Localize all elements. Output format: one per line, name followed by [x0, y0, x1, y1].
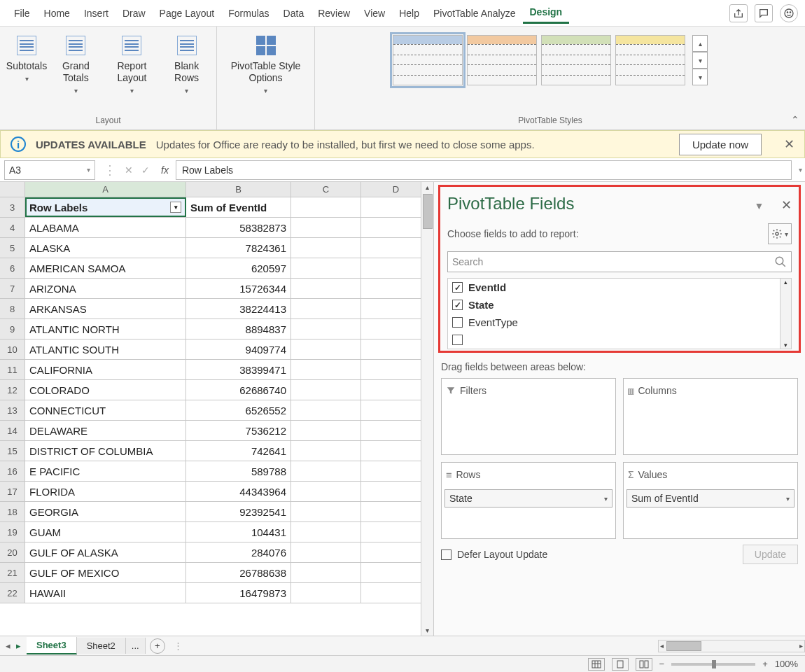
row-header[interactable]: 6 [0, 258, 25, 278]
cell[interactable]: E PACIFIC [25, 461, 186, 481]
collapse-ribbon-button[interactable]: ⌃ [785, 27, 805, 130]
checkbox-checked-icon[interactable]: ✓ [452, 300, 463, 310]
row-header[interactable]: 11 [0, 360, 25, 379]
cell[interactable]: GUAM [25, 522, 186, 542]
field-more[interactable] [448, 331, 791, 349]
cell[interactable]: ATLANTIC NORTH [25, 319, 186, 339]
style-thumb-2[interactable] [467, 35, 537, 85]
cell[interactable] [291, 340, 361, 359]
zoom-thumb[interactable] [712, 660, 716, 668]
cell[interactable]: GULF OF ALASKA [25, 542, 186, 562]
share-icon[interactable] [729, 4, 748, 22]
formula-expand-icon[interactable]: ▾ [796, 166, 805, 174]
cell[interactable]: ALABAMA [25, 218, 186, 237]
row-header[interactable]: 3 [0, 197, 25, 217]
cell[interactable]: 8894837 [186, 319, 291, 339]
cell[interactable]: 104431 [186, 522, 291, 542]
add-sheet-button[interactable]: + [150, 638, 165, 654]
cell[interactable]: FLORIDA [25, 482, 186, 501]
cell-B3[interactable]: Sum of EventId [186, 197, 291, 217]
cell[interactable]: CONNECTICUT [25, 400, 186, 420]
cell-C3[interactable] [291, 197, 361, 217]
cell[interactable]: 284076 [186, 542, 291, 562]
update-now-button[interactable]: Update now [679, 134, 762, 155]
tab-insert[interactable]: Insert [77, 4, 115, 23]
zoom-slider[interactable] [671, 663, 755, 666]
cell[interactable] [291, 461, 361, 481]
cell[interactable]: HAWAII [25, 583, 186, 603]
cancel-icon[interactable]: ✕ [120, 164, 137, 176]
report-layout-button[interactable]: Report Layout [104, 31, 160, 98]
cell[interactable]: 15726344 [186, 279, 291, 298]
sheet-next-icon[interactable]: ▸ [16, 640, 21, 651]
cell[interactable]: 38399471 [186, 360, 291, 379]
hscroll-left-icon[interactable]: ◂ [659, 640, 665, 651]
row-field-chip[interactable]: State [444, 489, 612, 507]
row-header[interactable]: 17 [0, 482, 25, 501]
cell[interactable]: 92392541 [186, 502, 291, 522]
tab-page-layout[interactable]: Page Layout [153, 4, 222, 23]
page-layout-view-button[interactable] [612, 658, 629, 671]
cell[interactable]: AMERICAN SAMOA [25, 258, 186, 278]
smiley-icon[interactable] [780, 4, 798, 22]
gallery-down-button[interactable]: ▾ [692, 52, 708, 69]
cell[interactable]: 62686740 [186, 380, 291, 400]
cell[interactable]: ARKANSAS [25, 299, 186, 318]
tab-formulas[interactable]: Formulas [221, 4, 276, 23]
hscroll-right-icon[interactable]: ▸ [798, 640, 804, 651]
cell[interactable] [291, 319, 361, 339]
cell[interactable] [291, 583, 361, 603]
tab-view[interactable]: View [357, 4, 392, 23]
values-area[interactable]: ΣValues Sum of EventId [623, 462, 798, 539]
defer-layout-checkbox[interactable]: Defer Layout Update [441, 549, 547, 560]
cell[interactable] [291, 360, 361, 379]
cell[interactable] [291, 522, 361, 542]
cell[interactable]: 620597 [186, 258, 291, 278]
tab-design[interactable]: Design [523, 2, 570, 24]
style-thumb-3[interactable] [541, 35, 611, 85]
pane-settings-button[interactable] [768, 223, 792, 244]
row-header[interactable]: 16 [0, 461, 25, 481]
cell[interactable]: 589788 [186, 461, 291, 481]
style-options-button[interactable]: PivotTable Style Options [223, 31, 309, 98]
page-break-view-button[interactable] [636, 658, 652, 671]
columns-area[interactable]: ▥Columns [623, 378, 798, 455]
vertical-scrollbar[interactable]: ▴ ▾ [421, 182, 433, 636]
cell[interactable] [291, 421, 361, 440]
checkbox-checked-icon[interactable]: ✓ [452, 282, 463, 293]
checkbox-icon[interactable] [452, 317, 463, 328]
cell[interactable]: 9409774 [186, 340, 291, 359]
cell[interactable]: DELAWARE [25, 421, 186, 440]
cell[interactable]: DISTRICT OF COLUMBIA [25, 441, 186, 461]
col-B[interactable]: B [186, 182, 291, 197]
mini-scroll-up-icon[interactable]: ▴ [784, 279, 788, 286]
cell[interactable] [291, 563, 361, 582]
cell[interactable]: COLORADO [25, 380, 186, 400]
row-header[interactable]: 22 [0, 583, 25, 603]
cell[interactable]: 7824361 [186, 238, 291, 258]
row-header[interactable]: 10 [0, 340, 25, 359]
tab-data[interactable]: Data [276, 4, 312, 23]
formula-input[interactable]: Row Labels [176, 160, 792, 180]
cell[interactable]: 38224413 [186, 299, 291, 318]
rows-area[interactable]: ≡Rows State [441, 462, 616, 539]
subtotals-button[interactable]: Subtotals [6, 31, 48, 87]
row-header[interactable]: 4 [0, 218, 25, 237]
row-header[interactable]: 20 [0, 542, 25, 562]
cell[interactable]: CALIFORNIA [25, 360, 186, 379]
cell[interactable] [291, 299, 361, 318]
fields-search-input[interactable]: Search [447, 251, 792, 272]
tab-help[interactable]: Help [392, 4, 426, 23]
name-box[interactable]: A3 [4, 160, 95, 180]
row-header[interactable]: 9 [0, 319, 25, 339]
field-eventid[interactable]: ✓EventId [448, 279, 791, 296]
pane-dropdown-icon[interactable]: ▼ [754, 200, 764, 211]
hscroll-thumb[interactable] [666, 641, 701, 651]
cell[interactable] [291, 441, 361, 461]
cell[interactable]: ALASKA [25, 238, 186, 258]
scroll-thumb[interactable] [423, 194, 433, 229]
gallery-more-button[interactable]: ▾ [692, 69, 708, 85]
cell[interactable]: ATLANTIC SOUTH [25, 340, 186, 359]
checkbox-icon[interactable] [452, 335, 463, 345]
zoom-level[interactable]: 100% [775, 659, 798, 669]
